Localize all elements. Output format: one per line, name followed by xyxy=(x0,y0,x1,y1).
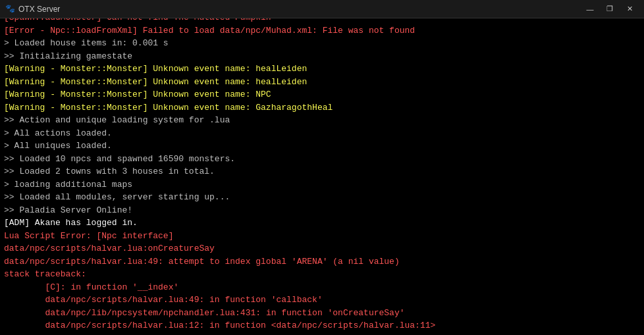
console-line: > Loaded house items in: 0.001 s xyxy=(4,37,640,50)
console-line: >> Loaded 10 npcs and spawned 16590 mons… xyxy=(4,153,640,166)
minimize-button[interactable]: — xyxy=(581,3,599,16)
console-line: stack traceback: xyxy=(4,268,640,281)
maximize-button[interactable]: ❐ xyxy=(601,3,619,16)
console-line: > All uniques loaded. xyxy=(4,140,640,153)
console-line: data/npc/scripts/halvar.lua:49: attempt … xyxy=(4,255,640,269)
title-bar-left: 🐾 OTX Server xyxy=(5,5,60,14)
console-line: >> Loaded all modules, server starting u… xyxy=(4,191,640,204)
console-line: [Warning - Monster::Monster] Unknown eve… xyxy=(4,88,640,101)
console-line: >> Paladia Server Online! xyxy=(4,204,640,217)
title-bar: 🐾 OTX Server — ❐ ✕ xyxy=(0,0,644,18)
console-line: data/npc/scripts/halvar.lua:onCreatureSa… xyxy=(4,242,640,255)
console-line: [ADM] Akane has logged in. xyxy=(4,217,640,230)
console-line: [Warning - Monster::Monster] Unknown eve… xyxy=(4,76,640,89)
console-line: data/npc/lib/npcsystem/npchandler.lua:43… xyxy=(4,307,640,320)
console-line: data/npc/scripts/halvar.lua:12: in funct… xyxy=(4,319,640,332)
console-output: [Spawn::addMonster] Can not find The Mut… xyxy=(0,18,644,335)
console-line: >> Initializing gamestate xyxy=(4,50,640,63)
console-line: [Warning - Monster::Monster] Unknown eve… xyxy=(4,63,640,76)
console-line: >> Action and unique loading system for … xyxy=(4,114,640,127)
console-line: Lua Script Error: [Npc interface] xyxy=(4,230,640,243)
window-controls: — ❐ ✕ xyxy=(581,3,639,16)
window-title: OTX Server xyxy=(18,5,60,14)
console-line: [Error - Npc::loadFromXml] Failed to loa… xyxy=(4,24,640,38)
console-line: data/npc/scripts/halvar.lua:49: in funct… xyxy=(4,294,640,307)
app-icon: 🐾 xyxy=(5,5,14,14)
console-line: >> Loaded 2 towns with 3 houses in total… xyxy=(4,165,640,178)
console-line: [C]: in function '__index' xyxy=(4,281,640,294)
console-line: [Warning - Monster::Monster] Unknown eve… xyxy=(4,101,640,115)
console-line: [Spawn::addMonster] Can not find The Mut… xyxy=(4,18,640,24)
close-button[interactable]: ✕ xyxy=(620,3,639,16)
console-line: > All actions loaded. xyxy=(4,127,640,140)
console-line: > loading additional maps xyxy=(4,178,640,192)
